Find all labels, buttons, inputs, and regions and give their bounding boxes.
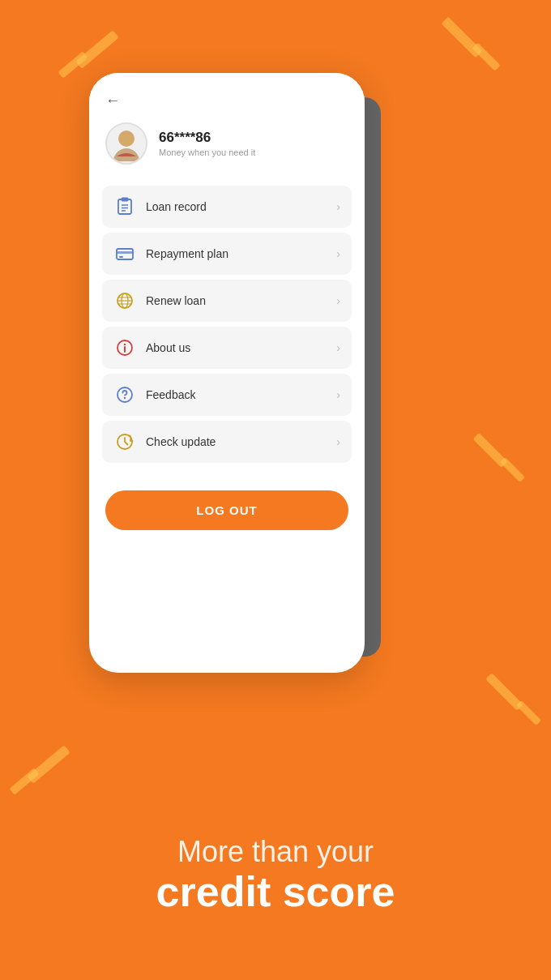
chevron-icon: › xyxy=(336,388,340,401)
menu-item-renew-loan[interactable]: Renew loan › xyxy=(102,280,352,322)
svg-rect-8 xyxy=(117,251,133,254)
menu-label-feedback: Feedback xyxy=(146,388,195,401)
globe-icon xyxy=(113,289,136,312)
svg-rect-3 xyxy=(122,198,128,201)
menu-label-renew-loan: Renew loan xyxy=(146,294,206,307)
menu-item-left: Renew loan xyxy=(113,289,206,312)
menu-item-left: Repayment plan xyxy=(113,242,229,265)
question-icon xyxy=(113,383,136,406)
menu-label-loan-record: Loan record xyxy=(146,200,207,213)
svg-point-19 xyxy=(124,397,126,399)
decoration-1 xyxy=(75,30,119,69)
back-button[interactable]: ← xyxy=(105,92,348,109)
menu-item-about-us[interactable]: About us › xyxy=(102,327,352,369)
user-info: 66****86 Money when you need it xyxy=(105,122,348,165)
menu-item-left: Loan record xyxy=(113,195,207,218)
chevron-icon: › xyxy=(336,294,340,307)
clipboard-icon xyxy=(113,195,136,218)
tagline-line2: credit score xyxy=(0,869,551,915)
menu-item-left: Check update xyxy=(113,430,216,453)
menu-label-about-us: About us xyxy=(146,341,190,354)
chevron-icon: › xyxy=(336,341,340,354)
info-icon xyxy=(113,336,136,359)
svg-point-1 xyxy=(118,131,135,147)
phone-header: ← 66****86 Money when you need it xyxy=(89,73,365,178)
user-tagline: Money when you need it xyxy=(159,148,255,157)
avatar-icon xyxy=(109,126,144,161)
username: 66****86 xyxy=(159,130,255,146)
menu-item-loan-record[interactable]: Loan record › xyxy=(102,186,352,228)
bottom-tagline: More than your credit score xyxy=(0,835,551,915)
menu-list: Loan record › Repayment plan › xyxy=(89,178,365,471)
svg-rect-9 xyxy=(119,256,123,258)
user-text: 66****86 Money when you need it xyxy=(159,130,255,157)
menu-item-left: Feedback xyxy=(113,383,195,406)
menu-item-check-update[interactable]: Check update › xyxy=(102,421,352,463)
phone-card: ← 66****86 Money when you need it xyxy=(89,73,365,673)
svg-rect-2 xyxy=(118,199,131,214)
menu-item-repayment-plan[interactable]: Repayment plan › xyxy=(102,233,352,275)
chevron-icon: › xyxy=(336,247,340,260)
avatar xyxy=(105,122,147,165)
card-icon xyxy=(113,242,136,265)
logout-section: LOG OUT xyxy=(89,471,365,530)
tagline-line1: More than your xyxy=(0,835,551,869)
svg-rect-7 xyxy=(117,249,133,259)
svg-point-16 xyxy=(124,344,126,345)
chevron-icon: › xyxy=(336,200,340,213)
decoration-6 xyxy=(500,457,525,482)
logout-button[interactable]: LOG OUT xyxy=(105,490,348,530)
clock-icon xyxy=(113,430,136,453)
menu-item-feedback[interactable]: Feedback › xyxy=(102,374,352,416)
chevron-icon: › xyxy=(336,435,340,448)
menu-item-left: About us xyxy=(113,336,190,359)
decoration-8 xyxy=(516,700,541,725)
menu-label-check-update: Check update xyxy=(146,435,216,448)
menu-label-repayment-plan: Repayment plan xyxy=(146,247,229,260)
